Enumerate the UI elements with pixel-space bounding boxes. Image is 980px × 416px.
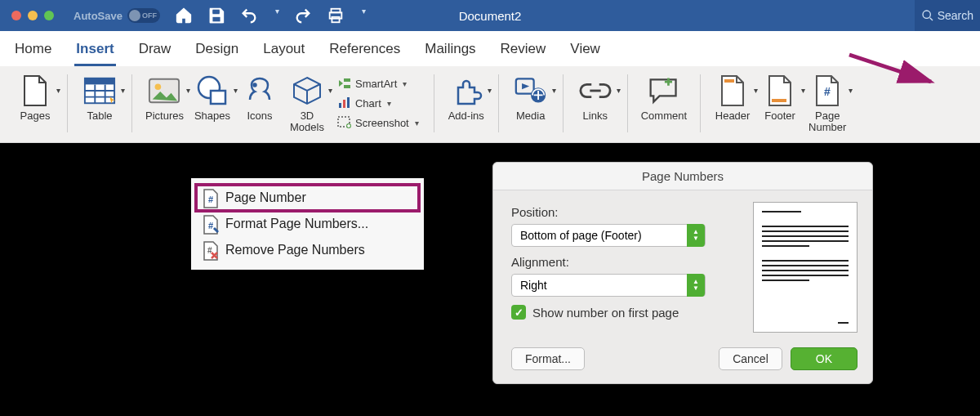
undo-icon[interactable]: [240, 7, 258, 25]
maximize-window-button[interactable]: [44, 11, 54, 20]
smartart-label: SmartArt: [355, 78, 397, 90]
table-button[interactable]: ▾ Table: [76, 73, 123, 123]
undo-dropdown-icon[interactable]: ▾: [275, 7, 279, 25]
chart-label: Chart: [355, 97, 381, 110]
media-button[interactable]: ▾ Media: [507, 73, 555, 123]
page-number-icon: #: [203, 189, 219, 207]
media-icon: [514, 74, 547, 107]
link-icon: [579, 74, 612, 107]
3d-models-button[interactable]: ▾ 3D Models: [283, 73, 331, 134]
chevron-down-icon: ▾: [56, 86, 60, 95]
position-select[interactable]: Bottom of page (Footer) ▲▼: [511, 224, 706, 247]
document-title: Document2: [459, 9, 522, 23]
ok-button[interactable]: OK: [791, 347, 858, 370]
pages-label: Pages: [20, 110, 51, 122]
chart-icon: [337, 96, 352, 110]
show-first-page-checkbox[interactable]: ✓ Show number on first page: [511, 305, 743, 320]
page-number-icon: #: [811, 74, 844, 107]
chevron-down-icon: ▾: [617, 86, 621, 95]
select-stepper-icon: ▲▼: [687, 274, 705, 297]
chevron-down-icon: ▾: [488, 86, 492, 95]
autosave-toggle[interactable]: AutoSave OFF: [74, 8, 160, 23]
screenshot-button[interactable]: Screenshot▾: [334, 114, 422, 132]
pictures-icon: [148, 74, 180, 107]
cancel-button[interactable]: Cancel: [719, 347, 782, 370]
search-placeholder: Search: [938, 9, 973, 22]
chevron-down-icon: ▾: [328, 86, 332, 95]
links-button[interactable]: ▾ Links: [572, 73, 619, 123]
page-number-dropdown: # Page Number # Format Page Numbers... #…: [191, 178, 424, 270]
smartart-icon: [337, 76, 352, 91]
icons-button[interactable]: Icons: [236, 73, 283, 123]
alignment-label: Alignment:: [511, 255, 743, 269]
dialog-title: Page Numbers: [493, 163, 872, 190]
tab-draw[interactable]: Draw: [137, 38, 173, 66]
svg-text:#: #: [208, 221, 213, 230]
search-box[interactable]: Search: [915, 0, 980, 31]
comment-button[interactable]: Comment: [636, 73, 692, 123]
close-window-button[interactable]: [11, 11, 21, 20]
svg-point-12: [253, 84, 256, 87]
menu-item-remove-page-numbers[interactable]: # Remove Page Numbers: [196, 237, 419, 263]
pages-button[interactable]: ▾ Pages: [11, 73, 59, 123]
alignment-select[interactable]: Right ▲▼: [511, 274, 706, 297]
tab-view[interactable]: View: [568, 38, 602, 66]
toggle-switch-icon: OFF: [127, 8, 160, 23]
pictures-button[interactable]: ▾ Pictures: [140, 73, 189, 123]
redo-icon[interactable]: [294, 7, 312, 25]
tab-design[interactable]: Design: [194, 38, 240, 66]
tab-layout[interactable]: Layout: [261, 38, 306, 66]
tab-home[interactable]: Home: [13, 38, 53, 66]
pictures-label: Pictures: [145, 110, 184, 122]
table-icon: [83, 74, 116, 107]
addins-button[interactable]: ▾ Add-ins: [443, 73, 490, 123]
tab-insert[interactable]: Insert: [74, 38, 115, 66]
save-icon[interactable]: [207, 7, 225, 25]
tab-review[interactable]: Review: [499, 38, 548, 66]
chevron-down-icon: ▾: [415, 119, 419, 127]
alignment-value: Right: [520, 279, 547, 292]
autosave-label: AutoSave: [74, 10, 122, 22]
print-icon[interactable]: [327, 7, 345, 25]
links-label: Links: [583, 110, 608, 122]
smartart-button[interactable]: SmartArt▾: [334, 74, 422, 92]
icons-icon: [243, 74, 276, 107]
qat-customize-icon[interactable]: ▾: [362, 7, 366, 25]
svg-rect-0: [212, 10, 219, 14]
footer-button[interactable]: ▾ Footer: [756, 73, 804, 123]
minimize-window-button[interactable]: [28, 11, 38, 20]
screenshot-label: Screenshot: [355, 117, 409, 129]
chart-button[interactable]: Chart▾: [334, 94, 422, 112]
home-icon[interactable]: [175, 7, 193, 25]
svg-rect-14: [344, 85, 350, 88]
menu-item-format-page-numbers[interactable]: # Format Page Numbers...: [196, 211, 419, 237]
tab-mailings[interactable]: Mailings: [423, 38, 477, 66]
shapes-button[interactable]: ▾ Shapes: [189, 73, 236, 123]
chevron-down-icon: ▾: [387, 99, 391, 108]
menu-item-page-number[interactable]: # Page Number: [196, 185, 419, 211]
page-preview: [753, 202, 858, 333]
page-number-button[interactable]: # ▾ Page Number: [804, 73, 851, 134]
shapes-label: Shapes: [194, 110, 230, 122]
svg-rect-17: [347, 97, 350, 108]
page-icon: [19, 74, 51, 107]
svg-line-25: [849, 55, 931, 82]
menu-item-label: Page Number: [225, 190, 306, 205]
format-button[interactable]: Format...: [511, 347, 585, 370]
chevron-down-icon: ▾: [403, 79, 407, 88]
autosave-state: OFF: [142, 11, 157, 20]
svg-point-5: [923, 11, 930, 18]
chevron-down-icon: ▾: [552, 86, 556, 95]
remove-page-number-icon: #: [203, 241, 219, 259]
svg-text:#: #: [824, 85, 831, 98]
media-label: Media: [516, 110, 545, 122]
footer-icon: [764, 74, 796, 107]
tab-references[interactable]: References: [327, 38, 402, 66]
header-label: Header: [715, 110, 751, 122]
addins-icon: [450, 74, 483, 107]
position-value: Bottom of page (Footer): [520, 229, 642, 242]
svg-rect-7: [85, 78, 114, 85]
header-button[interactable]: ▾ Header: [709, 73, 756, 123]
ribbon-tabs: Home Insert Draw Design Layout Reference…: [0, 31, 980, 66]
chevron-down-icon: ▾: [121, 86, 125, 95]
